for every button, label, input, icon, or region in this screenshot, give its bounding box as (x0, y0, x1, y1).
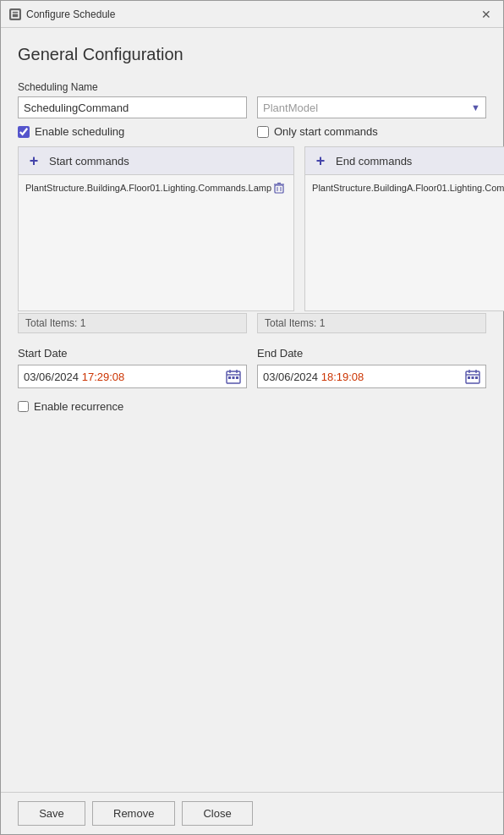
enable-scheduling-row: Enable scheduling (18, 125, 247, 138)
plant-model-group: PlantModel ▼ (257, 81, 486, 118)
calendar-icon (465, 369, 480, 384)
add-end-command-button[interactable]: + (312, 152, 329, 169)
end-commands-title: End commands (336, 155, 412, 168)
remove-button[interactable]: Remove (92, 801, 175, 826)
start-date-label: Start Date (18, 347, 247, 360)
scheduling-name-input[interactable] (18, 96, 247, 118)
scheduling-name-label: Scheduling Name (18, 81, 247, 93)
end-commands-panel: + End commands PlantStructure.BuildingA.… (304, 146, 504, 311)
calendar-icon (226, 369, 241, 384)
start-commands-panel: + Start commands PlantStructure.Building… (18, 146, 294, 311)
close-window-button[interactable]: ✕ (478, 6, 495, 23)
page-title: General Configuration (18, 45, 486, 64)
add-start-command-button[interactable]: + (25, 152, 42, 169)
svg-rect-16 (228, 376, 231, 379)
svg-rect-0 (12, 11, 19, 18)
svg-rect-23 (468, 376, 470, 379)
start-commands-list: PlantStructure.BuildingA.Floor01.Lightin… (19, 175, 293, 310)
end-date-label: End Date (257, 347, 486, 360)
window-icon (9, 8, 21, 20)
totals-row: Total Items: 1 Total Items: 1 (18, 313, 486, 333)
plant-model-spacer (257, 81, 486, 93)
trash-icon (273, 182, 285, 194)
svg-rect-17 (233, 376, 235, 379)
window: Configure Schedule ✕ General Configurati… (0, 0, 504, 835)
svg-rect-25 (475, 376, 478, 379)
title-bar-left: Configure Schedule (9, 8, 115, 20)
start-time-text: 17:29:08 (82, 371, 125, 383)
start-commands-title: Start commands (49, 155, 129, 168)
delete-start-command-button[interactable] (271, 182, 287, 194)
commands-area: + Start commands PlantStructure.Building… (18, 146, 486, 311)
end-date-text: 03/06/2024 (263, 371, 318, 383)
enable-scheduling-checkbox[interactable] (18, 126, 30, 138)
end-date-input-row: 03/06/2024 18:19:08 (257, 365, 486, 388)
content-area: General Configuration Scheduling Name Pl… (1, 28, 503, 792)
svg-rect-18 (236, 376, 238, 379)
window-title: Configure Schedule (26, 8, 115, 20)
checkbox-row: Enable scheduling Only start commands (18, 125, 486, 138)
start-date-group: Start Date 03/06/2024 17:29:08 (18, 347, 247, 388)
end-commands-header: + End commands (305, 147, 504, 175)
start-total-panel: Total Items: 1 (18, 313, 247, 333)
dates-row: Start Date 03/06/2024 17:29:08 (18, 347, 486, 388)
end-date-group: End Date 03/06/2024 18:19:08 (257, 347, 486, 388)
svg-rect-24 (472, 376, 474, 379)
close-button[interactable]: Close (182, 801, 252, 826)
start-command-text: PlantStructure.BuildingA.Floor01.Lightin… (25, 183, 271, 193)
end-commands-list: PlantStructure.BuildingA.Floor01.Lightin… (305, 175, 504, 310)
end-total-panel: Total Items: 1 (257, 313, 486, 333)
end-command-text: PlantStructure.BuildingA.Floor01.Lightin… (312, 183, 504, 193)
footer: Save Remove Close (1, 792, 503, 834)
end-time-text: 18:19:08 (321, 371, 364, 383)
plant-model-dropdown[interactable]: PlantModel ▼ (257, 96, 486, 118)
only-start-checkbox[interactable] (257, 126, 269, 138)
only-start-label: Only start commands (274, 125, 378, 138)
end-date-value: 03/06/2024 18:19:08 (263, 371, 460, 383)
name-group: Scheduling Name (18, 81, 247, 118)
svg-rect-2 (275, 185, 283, 193)
name-row: Scheduling Name PlantModel ▼ (18, 81, 486, 118)
list-item: PlantStructure.BuildingA.Floor01.Lightin… (305, 179, 504, 197)
start-date-calendar-button[interactable] (226, 369, 241, 384)
enable-scheduling-group: Enable scheduling (18, 125, 247, 138)
only-start-row: Only start commands (257, 125, 486, 138)
enable-recurrence-label: Enable recurrence (34, 400, 123, 413)
start-date-input-row: 03/06/2024 17:29:08 (18, 365, 247, 388)
enable-recurrence-checkbox[interactable] (18, 401, 29, 412)
enable-scheduling-label: Enable scheduling (35, 125, 124, 138)
plant-model-value: PlantModel (263, 102, 318, 114)
start-commands-header: + Start commands (19, 147, 293, 175)
chevron-down-icon: ▼ (471, 102, 480, 113)
start-date-value: 03/06/2024 17:29:08 (24, 371, 221, 383)
title-bar: Configure Schedule ✕ (1, 1, 503, 28)
save-button[interactable]: Save (18, 801, 85, 826)
only-start-group: Only start commands (257, 125, 486, 138)
list-item: PlantStructure.BuildingA.Floor01.Lightin… (19, 179, 293, 197)
end-date-calendar-button[interactable] (465, 369, 480, 384)
recurrence-row: Enable recurrence (18, 400, 486, 413)
start-date-text: 03/06/2024 (24, 371, 79, 383)
